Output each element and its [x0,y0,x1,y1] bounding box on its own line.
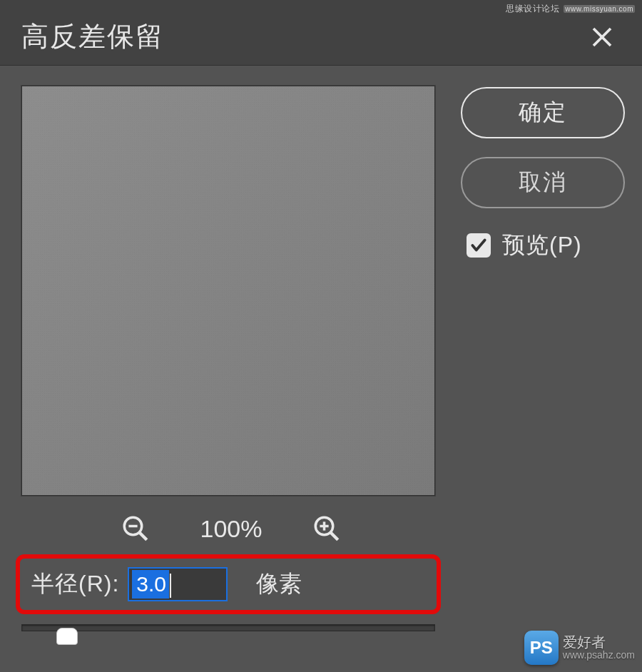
preview-checkbox-row: 预览(P) [461,230,625,261]
radius-row: 半径(R): 3.0 像素 [16,554,441,614]
watermark-top-text: 思缘设计论坛 [506,3,559,15]
radius-unit: 像素 [256,569,302,600]
radius-label: 半径(R): [31,569,119,600]
watermark-cn: 爱好者 [563,634,635,650]
watermark-bottom: PS 爱好者 www.psahz.com [524,631,635,665]
check-icon [469,236,488,255]
zoom-out-button[interactable] [121,514,151,544]
zoom-level: 100% [200,515,263,543]
radius-slider[interactable] [21,624,435,631]
watermark-url: www.psahz.com [563,650,635,661]
zoom-controls: 100% [21,509,441,549]
ps-logo-icon: PS [524,631,559,665]
slider-thumb[interactable] [56,628,78,645]
right-panel: 确定 取消 预览(P) [461,86,625,631]
preview-label: 预览(P) [502,230,582,261]
dialog-title: 高反差保留 [21,19,164,55]
preview-image[interactable] [21,86,435,496]
preview-checkbox[interactable] [467,233,491,258]
watermark-text: 爱好者 www.psahz.com [563,634,635,661]
close-icon [589,24,615,50]
svg-line-3 [139,532,147,540]
svg-line-6 [331,532,339,540]
ok-button[interactable]: 确定 [461,87,625,138]
radius-slider-row [21,624,441,631]
text-caret [170,574,171,598]
left-panel: 100% 半径(R): 3.0 像素 [21,86,441,631]
watermark-top: 思缘设计论坛 www.missyuan.com [506,3,635,15]
cancel-button[interactable]: 取消 [461,157,625,208]
radius-value: 3.0 [132,570,169,599]
watermark-top-url: www.missyuan.com [564,5,635,13]
zoom-out-icon [121,514,151,544]
dialog-body: 100% 半径(R): 3.0 像素 [0,66,642,631]
close-button[interactable] [584,19,621,56]
high-pass-dialog: 高反差保留 100% [0,0,642,672]
radius-input[interactable]: 3.0 [128,567,228,601]
zoom-in-icon [312,514,342,544]
zoom-in-button[interactable] [312,514,342,544]
